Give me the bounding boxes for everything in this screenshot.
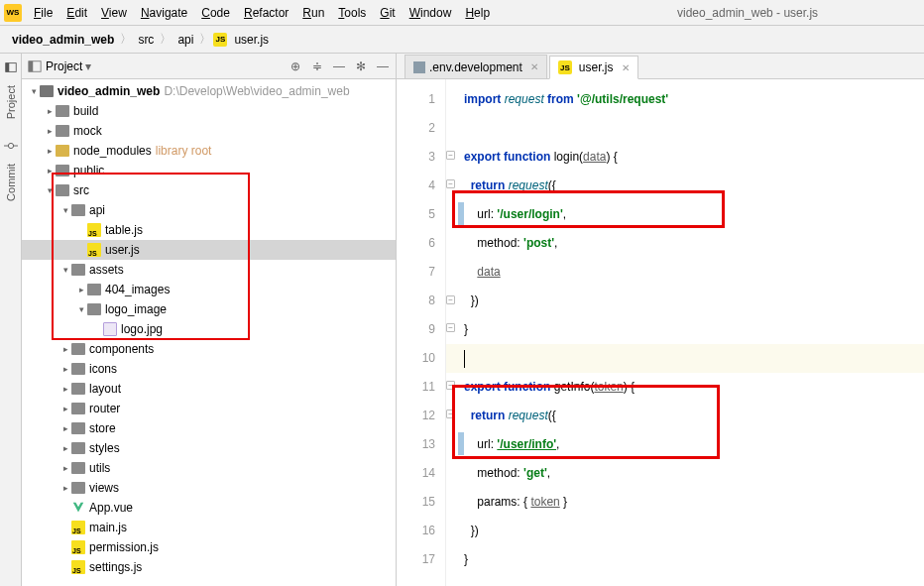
code-area[interactable]: import request from '@/utils/request' ex…	[446, 79, 924, 586]
crumb-src[interactable]: src	[134, 31, 158, 49]
code-line-9[interactable]: }	[464, 315, 924, 344]
line-number[interactable]: 10	[397, 344, 435, 373]
tree-app-vue[interactable]: App.vue	[22, 498, 396, 518]
crumb-project[interactable]: video_admin_web	[8, 31, 118, 49]
line-number[interactable]: 9	[397, 315, 435, 344]
tree-logo-image[interactable]: ▾logo_image	[22, 299, 396, 319]
line-number[interactable]: 1	[397, 85, 435, 114]
tree-api[interactable]: ▾api	[22, 200, 396, 220]
line-number[interactable]: 2	[397, 114, 435, 143]
code-line-4[interactable]: return request({	[464, 172, 924, 200]
tree-assets[interactable]: ▾assets	[22, 260, 396, 280]
tree-permission-js[interactable]: JSpermission.js	[22, 537, 396, 557]
tree-main-js[interactable]: JSmain.js	[22, 518, 396, 537]
menu-refactor[interactable]: Refactor	[238, 4, 294, 22]
project-toolbar: ⊕ ≑ — ✻ —	[289, 59, 390, 73]
strip-commit-label[interactable]: Commit	[5, 164, 17, 201]
project-pane-title[interactable]: Project	[46, 59, 82, 73]
tree-user-js[interactable]: JSuser.js	[22, 240, 396, 260]
tree-utils[interactable]: ▸utils	[22, 458, 396, 478]
tree-node-modules[interactable]: ▸node_moduleslibrary root	[22, 141, 396, 161]
menu-file[interactable]: File	[28, 4, 58, 22]
project-tree[interactable]: ▾video_admin_webD:\Develop\Web\video_adm…	[22, 79, 396, 586]
code-line-13[interactable]: url: '/user/info',	[464, 430, 924, 459]
tab-user-js[interactable]: JS user.js ✕	[549, 56, 638, 79]
menu-view[interactable]: View	[95, 4, 133, 22]
menu-edit[interactable]: Edit	[60, 4, 93, 22]
code-line-3[interactable]: export function login(data) {	[464, 143, 924, 172]
crumb-api[interactable]: api	[173, 31, 197, 49]
line-number[interactable]: 7	[397, 258, 435, 287]
line-number[interactable]: 12	[397, 402, 435, 430]
tree-styles[interactable]: ▸styles	[22, 438, 396, 458]
select-opened-icon[interactable]: ⊕	[289, 59, 302, 73]
code-line-16[interactable]: })	[464, 517, 924, 545]
dropdown-icon[interactable]: ▾	[85, 59, 91, 73]
code-line-10[interactable]	[446, 344, 924, 373]
code-line-17[interactable]: }	[464, 545, 924, 574]
crumb-file[interactable]: user.js	[230, 31, 273, 49]
tree-components[interactable]: ▸components	[22, 339, 396, 359]
project-view-icon	[28, 59, 42, 73]
line-number[interactable]: 6	[397, 229, 435, 258]
line-number[interactable]: 13	[397, 430, 435, 459]
chevron-right-icon: 〉	[160, 31, 172, 48]
close-icon[interactable]: ✕	[622, 62, 630, 73]
editor-pane: .env.development ✕ JS user.js ✕ 1 2 3 4 …	[397, 54, 924, 586]
menu-run[interactable]: Run	[296, 4, 330, 22]
line-number[interactable]: 3	[397, 143, 435, 172]
menu-bar: File Edit View Navigate Code Refactor Ru…	[28, 4, 496, 22]
code-line-2[interactable]	[464, 114, 924, 143]
collapse-all-icon[interactable]: —	[332, 59, 346, 73]
project-tool-icon[interactable]	[4, 60, 18, 74]
expand-all-icon[interactable]: ≑	[310, 59, 324, 73]
code-line-14[interactable]: method: 'get',	[464, 459, 924, 488]
tree-icons[interactable]: ▸icons	[22, 359, 396, 379]
code-line-11[interactable]: export function getInfo(token) {	[464, 373, 924, 402]
code-line-5[interactable]: url: '/user/login',	[464, 200, 924, 229]
code-line-12[interactable]: return request({	[464, 402, 924, 430]
line-number[interactable]: 15	[397, 488, 435, 517]
tree-table-js[interactable]: JStable.js	[22, 220, 396, 240]
tree-public[interactable]: ▸public	[22, 161, 396, 180]
tree-store[interactable]: ▸store	[22, 418, 396, 438]
menu-help[interactable]: Help	[459, 4, 496, 22]
editor-body[interactable]: 1 2 3 4 5 6 7 8 9 10 11 12 13 14 15 16 1…	[397, 79, 924, 586]
code-line-1[interactable]: import request from '@/utils/request'	[464, 85, 924, 114]
menu-code[interactable]: Code	[195, 4, 236, 22]
close-icon[interactable]: ✕	[530, 61, 538, 72]
tree-mock[interactable]: ▸mock	[22, 121, 396, 141]
tree-src[interactable]: ▾src	[22, 180, 396, 200]
tree-layout[interactable]: ▸layout	[22, 379, 396, 399]
code-line-6[interactable]: method: 'post',	[464, 229, 924, 258]
line-gutter[interactable]: 1 2 3 4 5 6 7 8 9 10 11 12 13 14 15 16 1…	[397, 79, 446, 586]
menu-window[interactable]: Window	[404, 4, 458, 22]
line-number[interactable]: 11	[397, 373, 435, 402]
code-line-8[interactable]: })	[464, 287, 924, 315]
menu-navigate[interactable]: Navigate	[135, 4, 193, 22]
tree-logo-jpg[interactable]: logo.jpg	[22, 319, 396, 339]
strip-project-label[interactable]: Project	[5, 85, 17, 119]
tree-404-images[interactable]: ▸404_images	[22, 280, 396, 299]
line-number[interactable]: 8	[397, 287, 435, 315]
tree-views[interactable]: ▸views	[22, 478, 396, 498]
line-number[interactable]: 5	[397, 200, 435, 229]
settings-icon[interactable]: ✻	[354, 59, 368, 73]
code-line-7[interactable]: data	[464, 258, 924, 287]
line-number[interactable]: 17	[397, 545, 435, 574]
hide-icon[interactable]: —	[376, 59, 390, 73]
tree-root[interactable]: ▾video_admin_webD:\Develop\Web\video_adm…	[22, 81, 396, 101]
svg-marker-7	[73, 503, 84, 513]
tree-settings-js[interactable]: JSsettings.js	[22, 557, 396, 577]
tree-router[interactable]: ▸router	[22, 399, 396, 418]
js-file-icon: JS	[558, 60, 572, 74]
line-number[interactable]: 16	[397, 517, 435, 545]
menu-tools[interactable]: Tools	[332, 4, 372, 22]
tab-env[interactable]: .env.development ✕	[404, 55, 547, 78]
code-line-15[interactable]: params: { token }	[464, 488, 924, 517]
menu-git[interactable]: Git	[374, 4, 401, 22]
tree-build[interactable]: ▸build	[22, 101, 396, 121]
line-number[interactable]: 4	[397, 172, 435, 200]
line-number[interactable]: 14	[397, 459, 435, 488]
commit-tool-icon[interactable]	[4, 139, 18, 153]
